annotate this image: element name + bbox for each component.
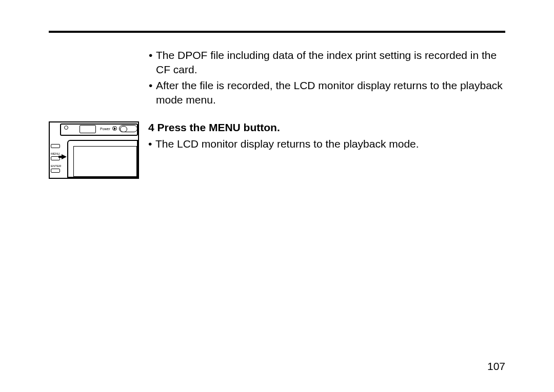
bullet-dot-icon: • bbox=[148, 137, 155, 151]
enter-button-icon bbox=[51, 169, 60, 173]
step-title: 4 Press the MENU button. bbox=[148, 121, 505, 134]
camera-diagram: Power MENU ENTER bbox=[49, 121, 139, 179]
bullet-item: • The LCD monitor display returns to the… bbox=[148, 137, 505, 151]
step-sub: • The LCD monitor display returns to the… bbox=[148, 137, 505, 151]
side-buttons: MENU ENTER bbox=[51, 143, 64, 177]
display-button-icon bbox=[51, 144, 60, 148]
page: • The DPOF file including data of the in… bbox=[0, 0, 554, 392]
enter-btn-label: ENTER bbox=[51, 164, 64, 168]
bullet-text: The LCD monitor display returns to the p… bbox=[155, 137, 505, 151]
step-title-text: Press the MENU button. bbox=[157, 121, 280, 133]
bullet-text: The DPOF file including data of the inde… bbox=[156, 48, 505, 77]
intro-bullets: • The DPOF file including data of the in… bbox=[149, 48, 505, 107]
bullet-item: • The DPOF file including data of the in… bbox=[149, 48, 505, 77]
bullet-text: After the file is recorded, the LCD moni… bbox=[156, 78, 505, 108]
step-block: Power MENU ENTER 4 Press the ME bbox=[49, 121, 505, 179]
power-label: Power bbox=[100, 127, 110, 131]
bullet-dot-icon: • bbox=[149, 78, 156, 93]
page-number: 107 bbox=[487, 360, 505, 373]
arrow-icon bbox=[62, 154, 67, 159]
power-slider-icon bbox=[119, 125, 137, 132]
step-text: 4 Press the MENU button. • The LCD monit… bbox=[148, 121, 505, 152]
lcd-screen bbox=[67, 140, 138, 178]
display-icon bbox=[80, 125, 96, 133]
step-number: 4 bbox=[148, 121, 154, 133]
bullet-item: • After the file is recorded, the LCD mo… bbox=[149, 78, 505, 108]
top-rule bbox=[49, 31, 505, 33]
bullet-dot-icon: • bbox=[149, 48, 156, 63]
